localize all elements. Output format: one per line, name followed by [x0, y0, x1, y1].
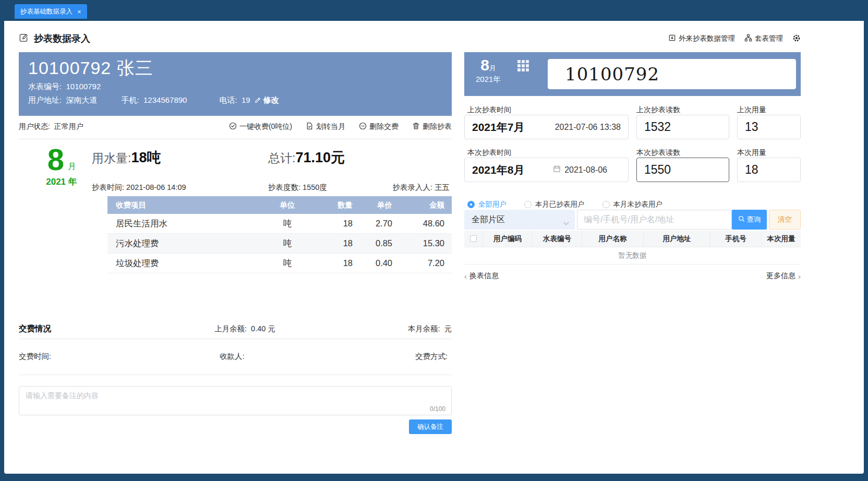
org-chart-icon — [744, 34, 752, 43]
user-filter-radios: 全部用户 本月已抄表用户 本月未抄表用户 — [467, 200, 662, 209]
more-info-link[interactable]: 更多信息 › — [766, 271, 801, 281]
trash-icon — [412, 122, 420, 131]
page-header: 抄表数据录入 外来抄表数据管理 套表管理 — [19, 32, 801, 45]
radio-unread-users[interactable]: 本月未抄表用户 — [602, 200, 663, 209]
cur-usage-field: 18 — [737, 158, 801, 182]
current-balance: 本月余额: 元 — [407, 324, 452, 334]
chevron-left-icon: ‹ — [464, 272, 467, 281]
status-badge: 正常用户 — [54, 122, 83, 130]
gear-icon[interactable] — [792, 34, 801, 44]
prev-read-time-label: 上次抄表时间 — [467, 105, 511, 115]
clear-button[interactable]: 清空 — [769, 210, 801, 230]
current-month-block: 8 月 2021 年 — [30, 145, 93, 188]
fee-table-header: 收费项目 单位 数量 单价 金额 — [107, 196, 452, 214]
status-row: 用户状态: 正常用户 一键收费(0吨位) 划转当月 — [19, 122, 452, 131]
radio-read-users[interactable]: 本月已抄表用户 — [524, 200, 585, 209]
user-address: 用户地址: 深南大道 — [28, 95, 98, 105]
chevron-right-icon: › — [798, 272, 801, 281]
prev-usage-field: 13 — [737, 115, 801, 139]
one-key-charge-button[interactable]: 一键收费(0吨位) — [229, 122, 292, 131]
right-month-block: 8月 2021年 — [476, 57, 501, 85]
edit-square-icon — [19, 33, 29, 45]
month-number: 8 — [47, 145, 64, 174]
radio-dot — [602, 201, 610, 208]
table-row: 垃圾处理费 吨 18 0.40 7.20 — [107, 254, 452, 273]
search-row: 全部片区 查询 清空 — [464, 210, 801, 230]
edit-phone-button[interactable]: 修改 — [255, 95, 279, 105]
user-phone: 电话: 19 — [219, 95, 250, 105]
payment-section-title: 交费情况 — [19, 323, 51, 334]
tab-meter-basic-entry[interactable]: 抄表基础数据录入 × — [15, 4, 87, 19]
cur-read-time-label: 本次抄表时间 — [467, 148, 511, 158]
remark-area: 0/100 — [19, 386, 452, 415]
tab-label: 抄表基础数据录入 — [20, 7, 73, 16]
select-all-checkbox[interactable] — [470, 235, 477, 242]
cur-usage-label: 本次用量 — [737, 148, 766, 158]
confirm-remark-button[interactable]: 确认备注 — [409, 419, 452, 434]
transfer-month-button[interactable]: 划转当月 — [306, 122, 345, 131]
region-select[interactable]: 全部片区 — [464, 210, 575, 230]
pencil-icon — [255, 96, 261, 105]
month-year: 2021 年 — [30, 176, 93, 188]
prev-read-time-field: 2021年7月 2021-07-06 13:38 — [464, 115, 629, 139]
users-table-header: 用户编码 水表编号 用户名称 用户地址 手机号 本次用量 — [464, 231, 801, 247]
prev-balance: 上月余额: 0.40 元 — [214, 324, 275, 334]
meter-number-input[interactable] — [548, 59, 796, 89]
payment-detail-row: 交费时间: 收款人: 交费方式: — [19, 352, 452, 362]
minus-circle-icon — [359, 122, 367, 131]
link-package-meter[interactable]: 套表管理 — [744, 34, 783, 43]
prev-reading-label: 上次抄表读数 — [636, 105, 680, 115]
grid-icon[interactable] — [517, 60, 529, 71]
user-card: 10100792 张三 水表编号: 10100792 用户地址: 深南大道 手机… — [19, 52, 452, 116]
tab-close-icon[interactable]: × — [77, 8, 81, 16]
user-status: 用户状态: 正常用户 — [19, 122, 83, 131]
table-row: 污水处理费 吨 18 0.85 15.30 — [107, 234, 452, 254]
cur-read-time-field[interactable]: 2021年8月 2021-08-06 — [464, 158, 629, 182]
fee-table: 收费项目 单位 数量 单价 金额 居民生活用水 吨 18 2.70 48.60 … — [107, 196, 452, 273]
magnifier-icon — [738, 215, 745, 224]
cur-reading-input[interactable]: 1550 — [636, 158, 729, 182]
right-column: 8月 2021年 上次抄表时间 上次抄表读数 上次用量 2021年7月 2021… — [464, 52, 801, 292]
empty-state: 暂无数据 — [464, 247, 801, 264]
radio-all-users[interactable]: 全部用户 — [467, 200, 507, 209]
total-amount-stat: 总计:71.10元 — [268, 148, 345, 167]
meter-no: 水表编号: 10100792 — [28, 82, 101, 92]
cur-reading-label: 本次抄表读数 — [636, 148, 680, 158]
check-circle-icon — [229, 122, 237, 131]
users-table: 用户编码 水表编号 用户名称 用户地址 手机号 本次用量 暂无数据 — [464, 231, 801, 264]
payee-label: 收款人: — [220, 352, 245, 362]
import-doc-icon — [668, 34, 676, 43]
char-counter: 0/100 — [430, 405, 445, 413]
reader-name: 抄表录入人: 王五 — [392, 183, 450, 193]
pay-time-label: 交费时间: — [19, 352, 51, 362]
water-usage-stat: 用水量:18吨 — [92, 148, 161, 167]
delete-payment-button[interactable]: 删除交费 — [359, 122, 399, 131]
radio-dot — [524, 201, 532, 208]
divider — [19, 139, 452, 139]
user-card-title: 10100792 张三 — [28, 57, 442, 78]
content-panel: 抄表数据录入 外来抄表数据管理 套表管理 10100792 张三 — [4, 21, 864, 474]
radio-dot — [467, 201, 475, 208]
change-meter-link[interactable]: ‹ 换表信息 — [464, 271, 499, 281]
read-value: 抄表度数: 1550度 — [268, 183, 327, 193]
query-button[interactable]: 查询 — [732, 210, 767, 230]
left-column: 10100792 张三 水表编号: 10100792 用户地址: 深南大道 手机… — [19, 52, 452, 443]
delete-reading-button[interactable]: 删除抄表 — [412, 122, 452, 131]
user-mobile: 手机: 1234567890 — [122, 95, 187, 105]
read-time: 抄表时间: 2021-08-06 14:09 — [92, 183, 186, 193]
link-external-meter-data[interactable]: 外来抄表数据管理 — [668, 34, 735, 43]
prev-usage-label: 上次用量 — [737, 105, 766, 115]
table-row: 居民生活用水 吨 18 2.70 48.60 — [107, 214, 452, 234]
divider — [19, 375, 452, 375]
payment-section-header: 交费情况 上月余额: 0.40 元 本月余额: 元 — [19, 323, 452, 339]
meter-search-header: 8月 2021年 — [464, 52, 801, 96]
page-title: 抄表数据录入 — [34, 32, 90, 45]
right-footer: ‹ 换表信息 更多信息 › — [464, 271, 801, 281]
pay-method-label: 交费方式: — [415, 352, 448, 362]
search-input[interactable] — [577, 210, 732, 230]
calendar-icon — [553, 165, 561, 175]
remark-textarea[interactable] — [19, 386, 452, 415]
prev-reading-field: 1532 — [636, 115, 729, 139]
chevron-down-icon — [563, 218, 569, 227]
doc-check-icon — [306, 122, 314, 131]
